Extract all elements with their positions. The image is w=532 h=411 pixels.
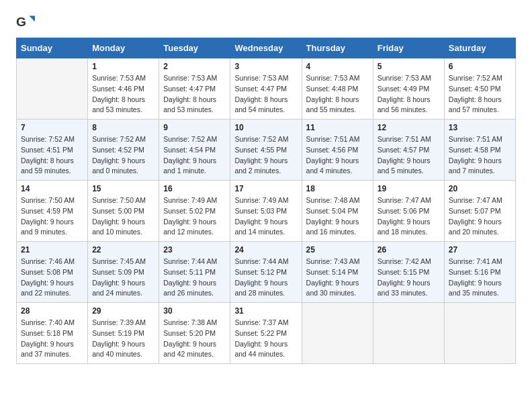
- day-info: Sunrise: 7:46 AMSunset: 5:08 PMDaylight:…: [21, 257, 83, 299]
- day-number: 8: [92, 123, 154, 132]
- day-info: Sunrise: 7:42 AMSunset: 5:15 PMDaylight:…: [378, 257, 440, 299]
- weekday-header-thursday: Thursday: [302, 38, 373, 58]
- svg-marker-1: [29, 16, 35, 22]
- calendar-cell: 10Sunrise: 7:52 AMSunset: 4:55 PMDayligh…: [230, 120, 302, 181]
- day-info: Sunrise: 7:53 AMSunset: 4:46 PMDaylight:…: [92, 73, 154, 116]
- day-number: 15: [92, 184, 154, 193]
- calendar-body: 1Sunrise: 7:53 AMSunset: 4:46 PMDaylight…: [17, 58, 516, 364]
- calendar-cell: 2Sunrise: 7:53 AMSunset: 4:47 PMDaylight…: [159, 58, 230, 120]
- weekday-header-tuesday: Tuesday: [159, 38, 230, 58]
- day-info: Sunrise: 7:52 AMSunset: 4:55 PMDaylight:…: [234, 134, 297, 177]
- day-info: Sunrise: 7:51 AMSunset: 4:57 PMDaylight:…: [378, 134, 440, 177]
- day-number: 13: [449, 123, 511, 132]
- day-info: Sunrise: 7:52 AMSunset: 4:50 PMDaylight:…: [449, 73, 511, 116]
- calendar-cell: 9Sunrise: 7:52 AMSunset: 4:54 PMDaylight…: [159, 120, 230, 181]
- calendar-cell: 3Sunrise: 7:53 AMSunset: 4:47 PMDaylight…: [230, 58, 302, 120]
- day-number: 29: [92, 306, 154, 316]
- calendar-cell: 4Sunrise: 7:53 AMSunset: 4:48 PMDaylight…: [302, 58, 373, 120]
- calendar-cell: 30Sunrise: 7:38 AMSunset: 5:20 PMDayligh…: [159, 303, 230, 364]
- day-number: 19: [378, 184, 440, 193]
- calendar-week-3: 21Sunrise: 7:46 AMSunset: 5:08 PMDayligh…: [17, 242, 516, 303]
- calendar-header: SundayMondayTuesdayWednesdayThursdayFrid…: [17, 38, 516, 58]
- calendar-cell: 5Sunrise: 7:53 AMSunset: 4:49 PMDaylight…: [373, 58, 444, 120]
- calendar-cell: 12Sunrise: 7:51 AMSunset: 4:57 PMDayligh…: [373, 120, 444, 181]
- day-info: Sunrise: 7:37 AMSunset: 5:22 PMDaylight:…: [234, 318, 297, 360]
- day-number: 14: [21, 184, 83, 193]
- calendar-cell: 21Sunrise: 7:46 AMSunset: 5:08 PMDayligh…: [17, 242, 88, 303]
- day-number: 22: [92, 245, 154, 255]
- calendar-cell: 31Sunrise: 7:37 AMSunset: 5:22 PMDayligh…: [230, 303, 302, 364]
- day-number: 12: [378, 123, 440, 132]
- day-number: 20: [449, 184, 511, 193]
- calendar-cell: 6Sunrise: 7:52 AMSunset: 4:50 PMDaylight…: [444, 58, 515, 120]
- day-info: Sunrise: 7:48 AMSunset: 5:04 PMDaylight:…: [306, 195, 369, 238]
- day-info: Sunrise: 7:52 AMSunset: 4:54 PMDaylight:…: [163, 134, 226, 177]
- calendar-cell: 23Sunrise: 7:44 AMSunset: 5:11 PMDayligh…: [159, 242, 230, 303]
- calendar-cell: 20Sunrise: 7:47 AMSunset: 5:07 PMDayligh…: [444, 181, 515, 242]
- weekday-header-friday: Friday: [373, 38, 444, 58]
- calendar-cell: [17, 58, 88, 120]
- day-number: 9: [163, 123, 226, 132]
- calendar-cell: 17Sunrise: 7:49 AMSunset: 5:03 PMDayligh…: [230, 181, 302, 242]
- day-info: Sunrise: 7:53 AMSunset: 4:49 PMDaylight:…: [378, 73, 440, 116]
- day-number: 31: [234, 306, 297, 316]
- day-info: Sunrise: 7:53 AMSunset: 4:47 PMDaylight:…: [163, 73, 226, 116]
- day-info: Sunrise: 7:49 AMSunset: 5:02 PMDaylight:…: [163, 195, 226, 238]
- day-number: 30: [163, 306, 226, 316]
- days-of-week-row: SundayMondayTuesdayWednesdayThursdayFrid…: [17, 38, 516, 58]
- day-info: Sunrise: 7:50 AMSunset: 4:59 PMDaylight:…: [21, 195, 83, 238]
- day-info: Sunrise: 7:49 AMSunset: 5:03 PMDaylight:…: [234, 195, 297, 238]
- day-info: Sunrise: 7:43 AMSunset: 5:14 PMDaylight:…: [306, 257, 369, 299]
- calendar-cell: 22Sunrise: 7:45 AMSunset: 5:09 PMDayligh…: [88, 242, 159, 303]
- day-number: 21: [21, 245, 83, 255]
- day-info: Sunrise: 7:44 AMSunset: 5:11 PMDaylight:…: [163, 257, 226, 299]
- day-info: Sunrise: 7:52 AMSunset: 4:51 PMDaylight:…: [21, 134, 83, 177]
- day-number: 28: [21, 306, 83, 316]
- weekday-header-sunday: Sunday: [17, 38, 88, 58]
- day-number: 24: [234, 245, 297, 255]
- day-number: 1: [92, 62, 154, 71]
- day-number: 26: [378, 245, 440, 255]
- calendar-cell: 16Sunrise: 7:49 AMSunset: 5:02 PMDayligh…: [159, 181, 230, 242]
- calendar-cell: 24Sunrise: 7:44 AMSunset: 5:12 PMDayligh…: [230, 242, 302, 303]
- calendar-cell: 8Sunrise: 7:52 AMSunset: 4:52 PMDaylight…: [88, 120, 159, 181]
- day-info: Sunrise: 7:38 AMSunset: 5:20 PMDaylight:…: [163, 318, 226, 360]
- day-info: Sunrise: 7:41 AMSunset: 5:16 PMDaylight:…: [449, 257, 511, 299]
- calendar-cell: [302, 303, 373, 364]
- day-number: 25: [306, 245, 369, 255]
- day-number: 2: [163, 62, 226, 71]
- day-info: Sunrise: 7:44 AMSunset: 5:12 PMDaylight:…: [234, 257, 297, 299]
- day-number: 17: [234, 184, 297, 193]
- calendar-cell: [373, 303, 444, 364]
- day-number: 11: [306, 123, 369, 132]
- logo: G: [16, 13, 38, 32]
- day-number: 27: [449, 245, 511, 255]
- calendar-cell: 13Sunrise: 7:51 AMSunset: 4:58 PMDayligh…: [444, 120, 515, 181]
- calendar-cell: 29Sunrise: 7:39 AMSunset: 5:19 PMDayligh…: [88, 303, 159, 364]
- calendar-cell: 11Sunrise: 7:51 AMSunset: 4:56 PMDayligh…: [302, 120, 373, 181]
- day-number: 6: [449, 62, 511, 71]
- day-info: Sunrise: 7:51 AMSunset: 4:56 PMDaylight:…: [306, 134, 369, 177]
- day-info: Sunrise: 7:53 AMSunset: 4:47 PMDaylight:…: [234, 73, 297, 116]
- day-number: 23: [163, 245, 226, 255]
- day-info: Sunrise: 7:51 AMSunset: 4:58 PMDaylight:…: [449, 134, 511, 177]
- calendar-cell: 15Sunrise: 7:50 AMSunset: 5:00 PMDayligh…: [88, 181, 159, 242]
- day-number: 10: [234, 123, 297, 132]
- svg-text:G: G: [16, 15, 26, 29]
- weekday-header-saturday: Saturday: [444, 38, 515, 58]
- calendar-week-0: 1Sunrise: 7:53 AMSunset: 4:46 PMDaylight…: [17, 58, 516, 120]
- weekday-header-monday: Monday: [88, 38, 159, 58]
- header: G: [16, 13, 516, 32]
- day-info: Sunrise: 7:47 AMSunset: 5:06 PMDaylight:…: [378, 195, 440, 238]
- day-info: Sunrise: 7:40 AMSunset: 5:18 PMDaylight:…: [21, 318, 83, 360]
- calendar-cell: 7Sunrise: 7:52 AMSunset: 4:51 PMDaylight…: [17, 120, 88, 181]
- calendar-cell: 18Sunrise: 7:48 AMSunset: 5:04 PMDayligh…: [302, 181, 373, 242]
- calendar-cell: 19Sunrise: 7:47 AMSunset: 5:06 PMDayligh…: [373, 181, 444, 242]
- calendar-week-2: 14Sunrise: 7:50 AMSunset: 4:59 PMDayligh…: [17, 181, 516, 242]
- day-info: Sunrise: 7:53 AMSunset: 4:48 PMDaylight:…: [306, 73, 369, 116]
- calendar-cell: 14Sunrise: 7:50 AMSunset: 4:59 PMDayligh…: [17, 181, 88, 242]
- day-number: 3: [234, 62, 297, 71]
- day-number: 18: [306, 184, 369, 193]
- day-number: 4: [306, 62, 369, 71]
- day-info: Sunrise: 7:45 AMSunset: 5:09 PMDaylight:…: [92, 257, 154, 299]
